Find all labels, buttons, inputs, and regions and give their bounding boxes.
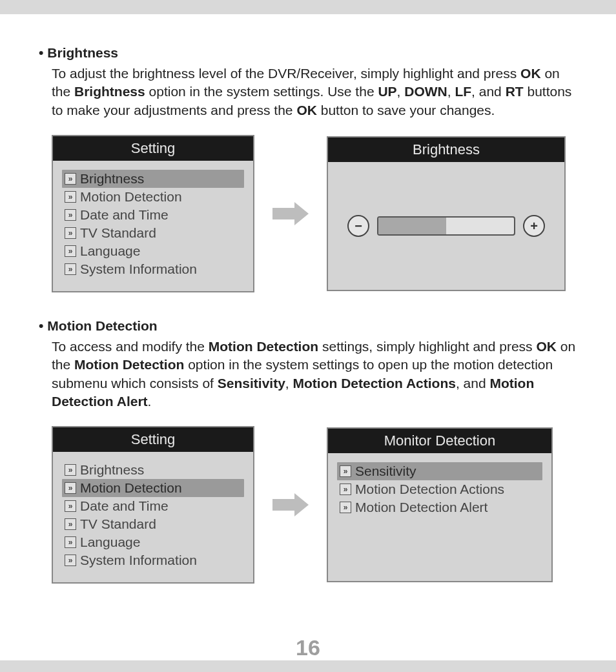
bottom-band [0,660,616,672]
setting-menu-2: »Brightness »Motion Detection »Date and … [62,461,244,569]
plus-button[interactable]: + [523,215,545,237]
menu-item-system-info[interactable]: »System Information [62,260,244,278]
monitor-detection-menu: »Sensitivity »Motion Detection Actions »… [337,462,542,516]
menu-item-date-time[interactable]: »Date and Time [62,206,244,224]
menu-icon: » [65,245,76,257]
section-motion-title: •Motion Detection [39,318,577,334]
menu-item-language[interactable]: »Language [62,533,244,551]
brightness-panel: Brightness − + [327,136,566,291]
setting-panel-1-body: »Brightness »Motion Detection »Date and … [53,161,253,291]
figure-row-motion: Setting »Brightness »Motion Detection »D… [52,426,577,584]
monitor-detection-body: »Sensitivity »Motion Detection Actions »… [328,453,551,529]
menu-icon: » [340,502,351,513]
setting-panel-1: Setting »Brightness »Motion Detection »D… [52,135,254,292]
bullet-icon: • [39,318,43,334]
top-band [0,0,616,14]
menu-icon: » [65,173,76,185]
setting-panel-2-body: »Brightness »Motion Detection »Date and … [53,452,253,582]
menu-label: TV Standard [80,225,156,241]
manual-page: •Brightness To adjust the brightness lev… [0,0,616,672]
menu-icon: » [65,227,76,239]
menu-label: Brightness [80,171,144,187]
menu-item-motion-detection[interactable]: »Motion Detection [62,188,244,206]
setting-menu-1: »Brightness »Motion Detection »Date and … [62,170,244,278]
menu-icon: » [65,555,76,566]
menu-item-tv-standard[interactable]: »TV Standard [62,515,244,533]
menu-icon: » [65,482,76,494]
brightness-slider[interactable] [377,216,515,236]
menu-label: Date and Time [80,498,169,514]
menu-item-sensitivity[interactable]: »Sensitivity [337,462,542,480]
menu-icon: » [65,536,76,548]
menu-icon: » [65,263,76,275]
menu-label: Motion Detection Actions [355,482,504,497]
title-text: Motion Detection [47,318,157,333]
content: •Brightness To adjust the brightness lev… [0,14,616,584]
menu-icon: » [65,209,76,221]
menu-icon: » [65,464,76,476]
brightness-panel-body: − + [328,162,564,290]
setting-panel-1-header: Setting [53,136,253,161]
menu-item-date-time[interactable]: »Date and Time [62,497,244,515]
monitor-detection-header: Monitor Detection [328,429,551,453]
menu-item-motion-detection[interactable]: »Motion Detection [62,479,244,497]
menu-label: System Information [80,553,197,568]
figure-row-brightness: Setting »Brightness »Motion Detection »D… [52,135,577,292]
section-brightness-body: To adjust the brightness level of the DV… [52,65,577,119]
arrow-right-icon [272,493,309,516]
menu-label: Motion Detection [80,189,182,205]
brightness-slider-fill [378,218,446,234]
menu-icon: » [340,465,351,477]
menu-icon: » [340,484,351,495]
setting-panel-2: Setting »Brightness »Motion Detection »D… [52,426,254,584]
section-brightness-title: •Brightness [39,45,577,61]
menu-item-language[interactable]: »Language [62,242,244,260]
menu-label: Date and Time [80,207,169,223]
menu-label: System Information [80,261,197,277]
menu-label: Motion Detection Alert [355,500,488,515]
brightness-panel-header: Brightness [328,137,564,162]
title-text: Brightness [47,45,118,60]
monitor-detection-panel: Monitor Detection »Sensitivity »Motion D… [327,427,553,582]
menu-item-md-alert[interactable]: »Motion Detection Alert [337,498,542,516]
menu-label: Language [80,535,140,550]
menu-item-tv-standard[interactable]: »TV Standard [62,224,244,242]
menu-item-brightness[interactable]: »Brightness [62,461,244,479]
menu-label: Sensitivity [355,463,416,479]
menu-icon: » [65,500,76,512]
menu-item-system-info[interactable]: »System Information [62,551,244,569]
section-motion-body: To access and modify the Motion Detectio… [52,338,577,411]
page-number: 16 [0,635,616,660]
menu-label: Language [80,243,140,259]
menu-icon: » [65,518,76,530]
menu-label: TV Standard [80,516,156,532]
menu-label: Motion Detection [80,480,182,496]
menu-label: Brightness [80,462,144,478]
menu-item-brightness[interactable]: »Brightness [62,170,244,188]
menu-icon: » [65,191,76,203]
bullet-icon: • [39,45,43,61]
minus-button[interactable]: − [347,215,369,237]
menu-item-md-actions[interactable]: »Motion Detection Actions [337,480,542,498]
setting-panel-2-header: Setting [53,427,253,452]
arrow-right-icon [272,202,309,225]
